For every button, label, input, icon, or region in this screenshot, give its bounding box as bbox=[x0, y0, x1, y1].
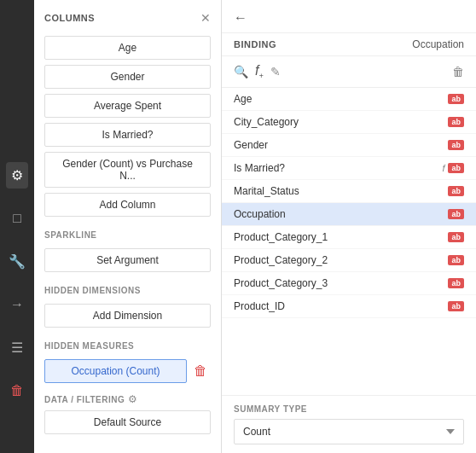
field-city-category-ab-badge: ab bbox=[448, 117, 464, 127]
data-filter-title: DATA / FILTERING bbox=[44, 395, 125, 404]
measure-row: Occupation (Count) 🗑 bbox=[44, 359, 211, 383]
set-argument-button[interactable]: Set Argument bbox=[44, 248, 211, 272]
field-marital-status-label: Marital_Status bbox=[234, 185, 299, 197]
field-product-id-label: Product_ID bbox=[234, 300, 285, 312]
right-panel: ← BINDING Occupation 🔍 f+ ✎ 🗑 Age ab Cit… bbox=[222, 0, 476, 453]
right-header: ← bbox=[222, 0, 476, 33]
layers-icon[interactable]: □ bbox=[8, 206, 26, 231]
field-product-cat-2-label: Product_Category_2 bbox=[234, 254, 328, 266]
field-is-married-f-badge: f bbox=[442, 163, 444, 173]
field-is-married-ab-badge: ab bbox=[448, 163, 464, 173]
add-column-button[interactable]: Add Column bbox=[44, 193, 211, 217]
field-age[interactable]: Age ab bbox=[222, 88, 476, 111]
trash-sidebar-icon[interactable]: 🗑 bbox=[5, 378, 29, 404]
columns-header: COLUMNS ✕ bbox=[44, 12, 211, 24]
field-product-cat-1-ab-badge: ab bbox=[448, 232, 464, 242]
field-product-cat-2-ab-badge: ab bbox=[448, 255, 464, 265]
summary-type-select[interactable]: Count Sum Average Min Max bbox=[234, 419, 464, 444]
field-is-married[interactable]: Is Married? f ab bbox=[222, 157, 476, 180]
add-formula-icon[interactable]: f+ bbox=[255, 63, 264, 80]
field-product-cat-1-label: Product_Category_1 bbox=[234, 231, 328, 243]
column-gender[interactable]: Gender bbox=[44, 65, 211, 89]
list-icon[interactable]: ☰ bbox=[6, 334, 28, 361]
field-gender-ab-badge: ab bbox=[448, 140, 464, 150]
field-is-married-label: Is Married? bbox=[234, 162, 285, 174]
measure-occupation-button[interactable]: Occupation (Count) bbox=[44, 359, 187, 383]
field-list: Age ab City_Category ab Gender ab Is Mar… bbox=[222, 88, 476, 395]
search-icon[interactable]: 🔍 bbox=[234, 65, 248, 78]
column-average-spent[interactable]: Average Spent bbox=[44, 94, 211, 118]
left-panel: COLUMNS ✕ Age Gender Average Spent Is Ma… bbox=[34, 0, 222, 453]
field-city-category[interactable]: City_Category ab bbox=[222, 111, 476, 134]
binding-label: BINDING bbox=[234, 39, 276, 49]
field-marital-status-ab-badge: ab bbox=[448, 186, 464, 196]
edit-icon[interactable]: ✎ bbox=[270, 65, 281, 78]
gear-icon[interactable]: ⚙ bbox=[6, 162, 28, 189]
binding-value: Occupation bbox=[412, 38, 464, 50]
measure-trash-icon[interactable]: 🗑 bbox=[190, 362, 211, 380]
field-product-cat-3-ab-badge: ab bbox=[448, 278, 464, 288]
summary-section: SUMMARY TYPE Count Sum Average Min Max bbox=[222, 395, 476, 453]
close-button[interactable]: ✕ bbox=[200, 12, 211, 24]
default-source-button[interactable]: Default Source bbox=[44, 410, 211, 434]
wrench-icon[interactable]: 🔧 bbox=[3, 248, 31, 275]
field-age-ab-badge: ab bbox=[448, 94, 464, 104]
field-gender-label: Gender bbox=[234, 139, 268, 151]
columns-title: COLUMNS bbox=[44, 13, 95, 23]
field-marital-status[interactable]: Marital_Status ab bbox=[222, 180, 476, 203]
summary-type-label: SUMMARY TYPE bbox=[234, 404, 464, 414]
hidden-measures-title: HIDDEN MEASURES bbox=[44, 341, 211, 351]
binding-header: BINDING Occupation bbox=[222, 33, 476, 56]
back-arrow-icon[interactable]: ← bbox=[234, 10, 247, 26]
field-gender[interactable]: Gender ab bbox=[222, 134, 476, 157]
column-age[interactable]: Age bbox=[44, 36, 211, 60]
search-toolbar: 🔍 f+ ✎ 🗑 bbox=[222, 56, 476, 88]
hidden-dimensions-title: HIDDEN DIMENSIONS bbox=[44, 286, 211, 295]
delete-icon[interactable]: 🗑 bbox=[452, 65, 464, 78]
field-product-cat-3[interactable]: Product_Category_3 ab bbox=[222, 272, 476, 295]
arrow-right-icon[interactable]: → bbox=[5, 292, 29, 317]
main-content: COLUMNS ✕ Age Gender Average Spent Is Ma… bbox=[34, 0, 476, 453]
field-product-cat-2[interactable]: Product_Category_2 ab bbox=[222, 249, 476, 272]
field-product-id[interactable]: Product_ID ab bbox=[222, 295, 476, 318]
field-product-cat-3-label: Product_Category_3 bbox=[234, 277, 328, 289]
data-filter-gear-icon[interactable]: ⚙ bbox=[128, 393, 137, 405]
add-dimension-button[interactable]: Add Dimension bbox=[44, 304, 211, 328]
field-city-category-label: City_Category bbox=[234, 116, 299, 128]
sparkline-section-title: SPARKLINE bbox=[44, 230, 211, 240]
field-age-label: Age bbox=[234, 93, 252, 105]
field-occupation-ab-badge: ab bbox=[448, 209, 464, 219]
field-product-cat-1[interactable]: Product_Category_1 ab bbox=[222, 226, 476, 249]
data-filter-row: DATA / FILTERING ⚙ bbox=[44, 393, 211, 405]
field-occupation-label: Occupation bbox=[234, 208, 286, 220]
field-occupation[interactable]: Occupation ab bbox=[222, 203, 476, 226]
field-product-id-ab-badge: ab bbox=[448, 301, 464, 311]
column-is-married[interactable]: Is Married? bbox=[44, 123, 211, 147]
column-gender-count[interactable]: Gender (Count) vs Purchase N... bbox=[44, 152, 211, 188]
left-sidebar: ⚙ □ 🔧 → ☰ 🗑 bbox=[0, 0, 34, 453]
